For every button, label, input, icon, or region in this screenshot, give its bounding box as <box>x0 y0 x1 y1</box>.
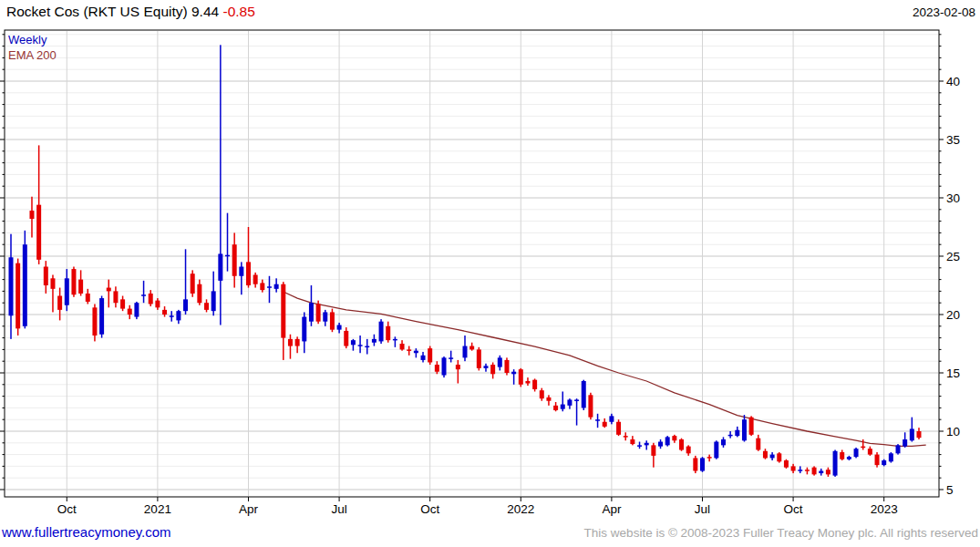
copyright-text: This website is © 2008-2023 Fuller Treac… <box>584 526 978 540</box>
as-of-date: 2023-02-08 <box>913 5 975 19</box>
candle-down <box>784 459 789 469</box>
y-tick-label: 15 <box>946 366 960 380</box>
instrument-and-price: Rocket Cos (RKT US Equity) 9.44 <box>6 4 222 19</box>
candle-up <box>658 439 663 449</box>
candle-up <box>463 335 468 361</box>
candle-up <box>833 449 838 476</box>
candle-up <box>511 369 516 385</box>
candle-down <box>400 340 405 351</box>
candle-up <box>65 269 69 311</box>
candle-down <box>197 280 201 305</box>
timeframe-label: Weekly <box>8 33 46 46</box>
candle-up <box>141 281 146 303</box>
candle-down <box>763 449 768 459</box>
candle-up <box>218 45 222 325</box>
x-tick-label: Apr <box>602 502 622 516</box>
candle-up <box>770 452 775 460</box>
candle-down <box>477 347 481 371</box>
candle-up <box>498 356 502 371</box>
candle-up <box>449 351 453 363</box>
candle-down <box>840 449 844 460</box>
candle-up <box>728 431 733 439</box>
candle-down <box>386 322 390 343</box>
candle-down <box>791 464 796 473</box>
candle-up <box>170 311 174 322</box>
candle-up <box>225 213 230 272</box>
candle-down <box>826 468 830 477</box>
candle-up <box>176 310 181 324</box>
candle-up <box>889 452 893 463</box>
candle-up <box>595 414 600 428</box>
candle-up <box>582 380 586 410</box>
candle-up <box>882 459 886 467</box>
candle-up <box>23 231 27 329</box>
candle-up <box>274 278 279 292</box>
candle-down <box>756 435 760 451</box>
y-gridlines <box>5 35 938 490</box>
y-tick-label: 5 <box>946 483 954 497</box>
candle-up <box>302 312 306 353</box>
candle-down <box>651 443 655 468</box>
candle-down <box>917 428 922 439</box>
candle-up <box>847 456 851 460</box>
chart-page: { "header": { "title": "Rocket Cos (RKT … <box>0 0 980 547</box>
candle-up <box>854 448 859 459</box>
candle-down <box>805 468 810 475</box>
candle-up <box>9 234 14 339</box>
candle-down <box>532 378 537 391</box>
candle-up <box>798 466 802 473</box>
x-tick-label: Oct <box>57 502 77 516</box>
candle-down <box>191 270 195 296</box>
candle-down <box>246 227 251 288</box>
candle-down <box>15 259 20 335</box>
candle-down <box>553 402 558 411</box>
candle-down <box>57 288 62 321</box>
candle-down <box>504 357 509 375</box>
candle-down <box>456 360 460 384</box>
candle-down <box>44 261 48 294</box>
candle-down <box>92 304 97 341</box>
candle-down <box>616 419 621 436</box>
candle-up <box>351 339 356 351</box>
candle-down <box>330 309 335 333</box>
candle-down <box>260 280 264 293</box>
candle-up <box>134 302 139 319</box>
candle-down <box>868 447 872 456</box>
candles <box>9 45 922 477</box>
price-change: -0.85 <box>222 4 254 19</box>
candle-down <box>749 416 754 436</box>
price-chart: 510152025303540Oct2021AprJulOct2022AprJu… <box>0 0 980 547</box>
candle-down <box>693 456 697 473</box>
candle-up <box>483 364 488 372</box>
candle-down <box>428 346 432 365</box>
y-tick-label: 20 <box>946 308 960 322</box>
candle-up <box>645 440 649 449</box>
candle-down <box>29 197 34 238</box>
candle-up <box>337 323 342 334</box>
site-link[interactable]: www.fullertreacymoney.com <box>2 524 171 540</box>
candle-down <box>672 435 676 443</box>
candle-down <box>120 296 125 312</box>
candle-down <box>316 301 321 325</box>
candle-up <box>323 310 327 326</box>
candle-up <box>183 249 188 315</box>
candle-down <box>707 455 712 462</box>
x-tick-label: Apr <box>239 502 259 516</box>
x-tick-label: Oct <box>784 502 803 516</box>
x-gridlines <box>67 31 883 496</box>
candle-down <box>407 346 411 356</box>
candle-down <box>588 393 593 419</box>
candle-up <box>609 414 614 425</box>
candle-up <box>561 391 565 411</box>
candle-up <box>896 444 901 455</box>
y-tick-label: 40 <box>946 75 960 88</box>
candle-down <box>490 362 495 378</box>
candle-down <box>469 343 474 351</box>
candle-down <box>155 298 160 310</box>
candle-up <box>721 437 726 448</box>
candle-down <box>344 327 348 348</box>
candle-down <box>295 336 300 353</box>
x-tick-label: Oct <box>420 502 439 516</box>
candle-up <box>267 276 272 303</box>
candle-down <box>107 280 111 308</box>
